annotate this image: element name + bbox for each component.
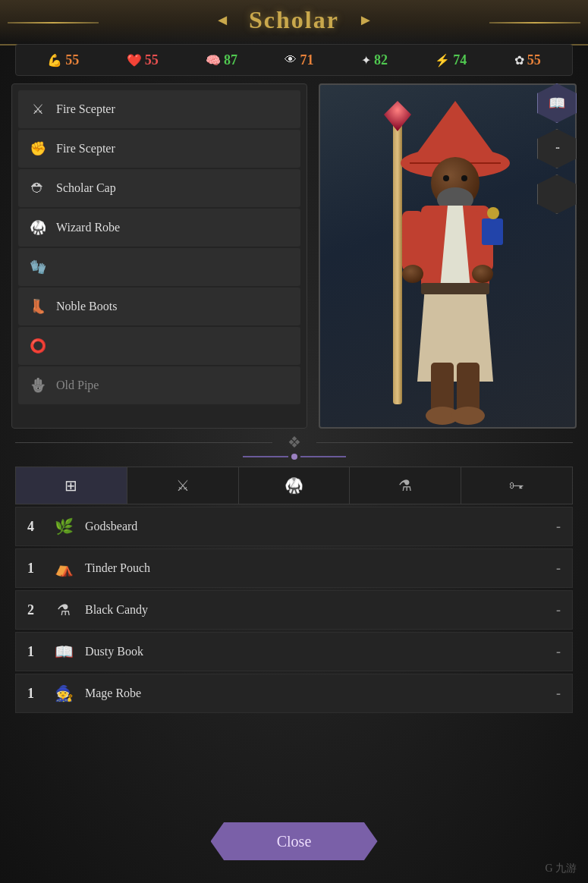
tab-dot-line-left [243, 456, 288, 457]
close-label: Close [277, 833, 312, 850]
inv-item-tinder-pouch[interactable]: 1 ⛺ Tinder Pouch - [15, 548, 573, 588]
agility-value: 82 [374, 52, 388, 68]
ring-icon: ⭕ [27, 335, 49, 357]
tab-consumables[interactable]: ⚗ [350, 467, 461, 504]
stats-bar: 💪 55 ❤️ 55 🧠 87 👁 71 ✦ 82 ⚡ 74 ✿ 55 [15, 44, 573, 76]
character-portrait [364, 93, 531, 427]
agility-icon: ✦ [361, 53, 371, 68]
svg-marker-3 [410, 101, 501, 163]
tab-consumables-icon: ⚗ [398, 476, 412, 495]
svg-point-20 [451, 407, 485, 425]
svg-rect-0 [393, 116, 402, 404]
candy-qty: 2 [27, 602, 42, 618]
inventory-list: 4 🌿 Godsbeard - 1 ⛺ Tinder Pouch - 2 ⚗ B… [15, 507, 573, 713]
inventory-tabs: ⊞ ⚔ 🥋 ⚗ 🗝 [15, 467, 573, 504]
book-qty: 1 [27, 644, 42, 660]
tab-keys-icon: 🗝 [509, 477, 524, 495]
book-button[interactable]: 📖 [537, 83, 577, 123]
tinder-qty: 1 [27, 561, 42, 577]
equip-slot-feet[interactable]: 👢 Noble Boots [18, 288, 300, 325]
body-icon: 🥋 [27, 217, 49, 238]
head-name: Scholar Cap [56, 181, 116, 195]
divider-ornament: ❖ [288, 433, 301, 451]
inv-item-mage-robe[interactable]: 1 🧙 Mage Robe - [15, 674, 573, 713]
health-icon: ❤️ [127, 53, 142, 68]
inv-item-dusty-book[interactable]: 1 📖 Dusty Book - [15, 632, 573, 671]
dots-button[interactable]: ··· [537, 129, 577, 168]
speed-value: 74 [453, 52, 467, 68]
equip-slot-ring[interactable]: ⭕ [18, 327, 300, 365]
tab-keys[interactable]: 🗝 [461, 467, 572, 504]
tab-armor[interactable]: 🥋 [239, 467, 351, 504]
body-name: Wizard Robe [56, 221, 120, 234]
weapon2-icon: ✊ [27, 138, 49, 159]
close-button[interactable]: Close [211, 822, 378, 860]
svg-rect-21 [482, 218, 503, 245]
stat-speed: ⚡ 74 [435, 52, 467, 68]
accessory-name: Old Pipe [56, 379, 99, 392]
main-content: ⚔ Fire Scepter ✊ Fire Scepter ⛑ Scholar … [11, 83, 577, 429]
health-value: 55 [145, 52, 159, 68]
tab-weapons-icon: ⚔ [176, 476, 190, 495]
perception-value: 71 [300, 52, 313, 68]
equip-slot-body[interactable]: 🥋 Wizard Robe [18, 209, 300, 247]
page-title: Scholar [249, 6, 339, 34]
svg-marker-15 [417, 287, 493, 382]
svg-point-14 [472, 265, 493, 283]
equip-slot-weapon1[interactable]: ⚔ Fire Scepter [18, 90, 300, 128]
inv-item-black-candy[interactable]: 2 ⚗ Black Candy - [15, 590, 573, 630]
stat-agility: ✦ 82 [361, 52, 388, 68]
head-icon: ⛑ [27, 178, 49, 199]
dots-icon: ··· [555, 143, 559, 155]
godsbeard-qty: 4 [27, 519, 42, 535]
weapon2-name: Fire Scepter [56, 142, 115, 156]
divider-line-left [15, 442, 272, 443]
equip-slot-head[interactable]: ⛑ Scholar Cap [18, 169, 300, 207]
weapon1-name: Fire Scepter [56, 102, 115, 116]
svg-rect-11 [402, 211, 423, 272]
tab-indicator [0, 454, 588, 460]
candy-action[interactable]: - [556, 602, 561, 618]
book-icon: 📖 [52, 639, 76, 664]
godsbeard-action[interactable]: - [556, 519, 561, 535]
tab-all[interactable]: ⊞ [16, 467, 127, 504]
weapon1-icon: ⚔ [27, 99, 49, 120]
intellect-icon: 🧠 [206, 53, 221, 68]
godsbeard-name: Godsbeard [85, 520, 547, 533]
feet-icon: 👢 [27, 296, 49, 317]
title-bar: ◄ Scholar ► [0, 6, 588, 34]
svg-marker-1 [384, 101, 411, 131]
equipment-panel: ⚔ Fire Scepter ✊ Fire Scepter ⛑ Scholar … [11, 83, 307, 429]
watermark: G 九游 [545, 862, 577, 875]
book-name: Dusty Book [85, 645, 547, 658]
inv-item-godsbeard[interactable]: 4 🌿 Godsbeard - [15, 507, 573, 546]
godsbeard-icon: 🌿 [52, 514, 76, 539]
tab-weapons[interactable]: ⚔ [127, 467, 239, 504]
luck-icon: ✿ [514, 53, 524, 68]
svg-point-22 [487, 207, 499, 219]
equip-slot-hands[interactable]: 🧤 [18, 248, 300, 286]
book-icon: 📖 [549, 95, 565, 112]
tinder-action[interactable]: - [556, 561, 561, 577]
candy-name: Black Candy [85, 603, 547, 617]
prev-arrow[interactable]: ◄ [211, 9, 234, 32]
stat-intellect: 🧠 87 [206, 52, 237, 68]
equip-slot-weapon2[interactable]: ✊ Fire Scepter [18, 130, 300, 168]
svg-point-8 [461, 175, 467, 181]
robe-icon: 🧙 [52, 681, 76, 705]
divider-line-right [316, 442, 574, 443]
intellect-value: 87 [224, 52, 237, 68]
stat-perception: 👁 71 [285, 52, 313, 68]
divider-area: ❖ [0, 431, 588, 454]
tab-armor-icon: 🥋 [285, 476, 303, 495]
tab-dot [291, 454, 297, 460]
book-action[interactable]: - [556, 644, 561, 660]
equip-slot-accessory[interactable]: 🪬 Old Pipe [18, 366, 300, 404]
next-arrow[interactable]: ► [354, 9, 377, 32]
stat-strength: 💪 55 [47, 52, 79, 68]
robe-action[interactable]: - [556, 686, 561, 702]
svg-point-13 [402, 265, 423, 283]
feet-name: Noble Boots [56, 300, 117, 313]
hex-button-3[interactable] [537, 174, 577, 214]
stat-health: ❤️ 55 [127, 52, 159, 68]
